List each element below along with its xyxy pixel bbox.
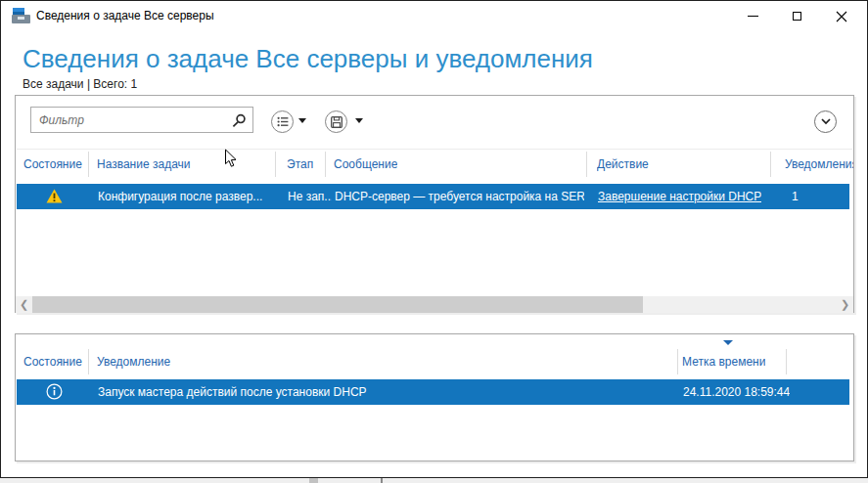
column-divider — [88, 152, 89, 177]
sort-descending-icon — [723, 340, 733, 345]
search-icon[interactable] — [232, 113, 247, 128]
screen: Сведения о задаче Все серверы Сведения о… — [0, 0, 868, 483]
col-header-action[interactable]: Действие — [597, 150, 649, 179]
tasks-summary: Все задачи | Всего: 1 — [23, 77, 137, 91]
task-notifications-cell: 1 — [792, 184, 799, 209]
titlebar: Сведения о задаче Все серверы — [1, 1, 867, 31]
column-divider — [586, 152, 587, 177]
task-message-cell: DHCP-сервер — требуется настройка на SER… — [335, 184, 584, 209]
task-name-cell: Конфигурация после развер... — [98, 184, 272, 209]
background-window-sliver — [0, 478, 868, 483]
column-divider — [275, 152, 276, 177]
info-icon — [46, 383, 63, 400]
notification-timestamp-cell: 24.11.2020 18:59:44 — [683, 379, 790, 405]
query-list-dropdown-caret[interactable] — [298, 118, 306, 123]
col-header-timestamp[interactable]: Метка времени — [682, 347, 765, 376]
save-query-dropdown-caret[interactable] — [355, 118, 363, 123]
minimize-button[interactable] — [731, 1, 775, 31]
query-list-button[interactable] — [271, 110, 294, 133]
scrollbar-thumb[interactable] — [32, 296, 643, 313]
scroll-right-arrow[interactable]: ❯ — [837, 296, 853, 313]
col-header-notifications[interactable]: Уведомления — [785, 150, 853, 179]
notification-text-cell: Запуск мастера действий после установки … — [98, 379, 646, 405]
query-list-icon — [277, 116, 289, 127]
filter-input[interactable] — [31, 108, 252, 132]
tasks-panel: Состояние Название задачи Этап Сообщение… — [15, 95, 854, 313]
task-stage-cell: Не зап... — [288, 184, 332, 209]
maximize-button[interactable] — [775, 1, 819, 31]
col-header-status[interactable]: Состояние — [23, 347, 82, 376]
col-header-status[interactable]: Состояние — [23, 150, 82, 179]
maximize-icon — [793, 12, 801, 21]
save-query-icon — [331, 116, 343, 128]
window-title: Сведения о задаче Все серверы — [36, 9, 214, 22]
notification-row[interactable]: Запуск мастера действий после установки … — [17, 379, 849, 405]
collapse-panel-button[interactable] — [814, 110, 837, 133]
minimize-icon — [748, 16, 758, 17]
task-row[interactable]: Конфигурация после развер... Не зап... D… — [17, 184, 849, 209]
mouse-cursor — [224, 149, 237, 168]
task-details-window: Сведения о задаче Все серверы Сведения о… — [0, 0, 868, 478]
column-divider — [88, 349, 89, 374]
column-divider — [770, 152, 771, 177]
chevron-down-icon — [821, 118, 831, 125]
task-action-link[interactable]: Завершение настройки DHCP — [598, 184, 761, 209]
server-manager-icon — [12, 8, 30, 24]
col-header-stage[interactable]: Этап — [287, 150, 313, 179]
scroll-left-arrow[interactable]: ❮ — [16, 296, 32, 313]
column-divider — [325, 152, 326, 177]
notifications-panel: Состояние Уведомление Метка времени Запу… — [15, 333, 854, 461]
horizontal-scrollbar[interactable]: ❮ ❯ — [16, 296, 853, 313]
page-title: Сведения о задаче Все серверы и уведомле… — [23, 44, 593, 74]
col-header-message[interactable]: Сообщение — [334, 150, 397, 179]
close-icon — [836, 11, 847, 22]
col-header-notification[interactable]: Уведомление — [97, 347, 170, 376]
save-query-button[interactable] — [325, 110, 347, 133]
close-button[interactable] — [819, 1, 863, 31]
col-header-taskname[interactable]: Название задачи — [97, 150, 191, 179]
column-divider — [677, 349, 678, 374]
filter-box — [30, 107, 253, 133]
column-divider — [786, 349, 787, 374]
warning-icon — [46, 189, 63, 203]
